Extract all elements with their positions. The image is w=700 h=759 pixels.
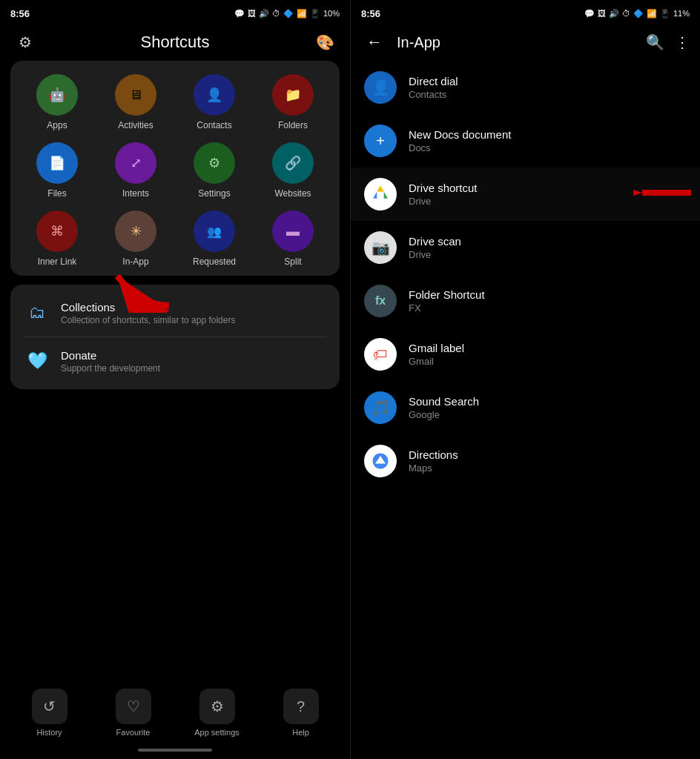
activities-grid-item[interactable]: 🖥 Activities [106, 74, 165, 130]
requested-circle: 👥 [194, 211, 235, 252]
right-battery: 11% [673, 9, 690, 18]
list-item-drive-scan[interactable]: 📷 Drive scan Drive [351, 221, 700, 274]
svg-marker-5 [377, 185, 383, 191]
list-item-drive-shortcut[interactable]: Drive shortcut Drive [351, 168, 700, 221]
left-home-bar [138, 749, 212, 752]
shortcuts-grid-card: 🤖 Apps 🖥 Activities 👤 Contacts 📁 [10, 61, 340, 276]
list-item-gmail-label[interactable]: 🏷 Gmail label Gmail [351, 328, 700, 381]
left-panel: 8:56 💬 🖼 🔊 ⏱ 🔷 📶 📱 10% ⚙ Shortcuts 🎨 🤖 A… [0, 0, 350, 759]
folder-shortcut-subtitle: FX [409, 302, 485, 314]
left-home-indicator [0, 741, 350, 759]
drive-shortcut-icon [364, 178, 397, 211]
folders-icon: 📁 [285, 87, 301, 103]
settings-label: Settings [198, 188, 230, 199]
direct-dial-subtitle: Contacts [409, 89, 458, 100]
folder-shortcut-title: Folder Shortcut [409, 288, 485, 301]
whatsapp-icon: 💬 [234, 9, 245, 19]
collections-icon: 🗂 [24, 299, 50, 326]
folders-grid-item[interactable]: 📁 Folders [263, 74, 323, 130]
collections-subtitle: Collection of shortcuts, similar to app … [61, 315, 235, 325]
left-status-icons: 💬 🖼 🔊 ⏱ 🔷 📶 📱 10% [234, 9, 340, 19]
settings-grid-item[interactable]: ⚙ Settings [185, 142, 244, 199]
sound-search-text: Sound Search Google [409, 395, 479, 420]
apps-label: Apps [47, 120, 67, 130]
nav-favourite[interactable]: ♡ Favourite [104, 689, 163, 737]
help-label: Help [292, 728, 309, 737]
drive-shortcut-title: Drive shortcut [409, 182, 478, 194]
activities-icon: 🖥 [129, 87, 142, 103]
battery-left: 10% [323, 9, 340, 18]
grid-row-2: 📄 Files ⤢ Intents ⚙ Settings 🔗 [18, 142, 332, 199]
drive-shortcut-text: Drive shortcut Drive [409, 182, 478, 207]
direct-dial-icon: 👤 [364, 71, 397, 104]
svg-marker-3 [373, 192, 377, 199]
websites-grid-item[interactable]: 🔗 Websites [263, 142, 323, 199]
donate-title: Donate [61, 349, 160, 362]
more-vert-icon[interactable]: ⋮ [675, 33, 690, 51]
list-item-direct-dial[interactable]: 👤 Direct dial Contacts [351, 61, 700, 114]
nav-help[interactable]: ? Help [271, 689, 331, 737]
contacts-label: Contacts [197, 120, 231, 130]
folder-shortcut-text: Folder Shortcut FX [409, 288, 485, 314]
volume-icon: 🔊 [259, 9, 269, 19]
gmail-label-text: Gmail label Gmail [409, 342, 464, 367]
intents-circle: ⤢ [115, 142, 156, 184]
folders-label: Folders [278, 120, 308, 130]
direct-dial-text: Direct dial Contacts [409, 75, 458, 100]
drive-scan-text: Drive scan Drive [409, 235, 461, 260]
left-status-bar: 8:56 💬 🖼 🔊 ⏱ 🔷 📶 📱 10% [0, 0, 350, 27]
search-icon[interactable]: 🔍 [646, 33, 664, 51]
innerlink-grid-item[interactable]: ⌘ Inner Link [27, 211, 87, 267]
left-title: Shortcuts [37, 33, 313, 52]
back-button[interactable]: ← [361, 33, 388, 52]
r-whatsapp-icon: 💬 [584, 9, 595, 19]
apps-grid-item[interactable]: 🤖 Apps [27, 74, 87, 130]
list-item-directions[interactable]: Directions Maps [351, 434, 700, 488]
directions-text: Directions Maps [409, 448, 458, 474]
help-icon: ? [283, 689, 319, 724]
split-icon: ▬ [286, 224, 300, 239]
innerlink-label: Inner Link [38, 256, 77, 267]
contacts-circle: 👤 [194, 74, 235, 116]
intents-icon: ⤢ [131, 155, 142, 171]
split-circle: ▬ [272, 211, 314, 252]
files-grid-item[interactable]: 📄 Files [27, 142, 87, 199]
apps-icon: 🤖 [49, 87, 65, 103]
left-header: ⚙ Shortcuts 🎨 [0, 27, 350, 61]
signal-icon: 📱 [310, 9, 320, 19]
right-header: ← In-App 🔍 ⋮ [351, 27, 700, 61]
favourite-icon: ♡ [116, 689, 151, 724]
list-item-new-docs[interactable]: + New Docs document Docs [351, 114, 700, 168]
intents-label: Intents [122, 188, 149, 199]
folders-circle: 📁 [272, 74, 314, 116]
nav-history[interactable]: ↺ History [20, 689, 79, 737]
files-label: Files [47, 188, 66, 199]
gmail-label-subtitle: Gmail [409, 356, 464, 367]
settings-grid-icon: ⚙ [208, 155, 220, 171]
right-status-bar: 8:56 💬 🖼 🔊 ⏱ 🔷 📶 📱 11% [351, 0, 700, 27]
gmail-label-icon: 🏷 [364, 338, 397, 371]
drive-scan-icon: 📷 [364, 231, 397, 264]
list-item-sound-search[interactable]: 🎵 Sound Search Google [351, 381, 700, 434]
files-circle: 📄 [36, 142, 78, 184]
intents-grid-item[interactable]: ⤢ Intents [106, 142, 165, 199]
directions-title: Directions [409, 448, 458, 461]
new-docs-subtitle: Docs [409, 142, 511, 153]
files-icon: 📄 [49, 155, 65, 171]
innerlink-circle: ⌘ [36, 211, 78, 252]
drive-shortcut-subtitle: Drive [409, 196, 478, 207]
list-item-folder-shortcut[interactable]: fx Folder Shortcut FX [351, 274, 700, 328]
svg-marker-4 [384, 192, 388, 199]
settings-circle: ⚙ [194, 142, 235, 184]
split-grid-item[interactable]: ▬ Split [263, 211, 323, 267]
contacts-grid-item[interactable]: 👤 Contacts [185, 74, 244, 130]
wifi-icon: 📶 [297, 9, 307, 19]
nav-appsettings[interactable]: ⚙ App settings [188, 689, 247, 737]
left-time: 8:56 [10, 8, 30, 19]
right-status-icons: 💬 🖼 🔊 ⏱ 🔷 📶 📱 11% [584, 9, 690, 19]
settings-icon[interactable]: ⚙ [13, 33, 37, 51]
history-icon: ↺ [32, 689, 67, 724]
palette-icon[interactable]: 🎨 [313, 33, 337, 51]
websites-label: Websites [274, 188, 311, 199]
donate-item[interactable]: 🩵 Donate Support the development [10, 337, 340, 385]
